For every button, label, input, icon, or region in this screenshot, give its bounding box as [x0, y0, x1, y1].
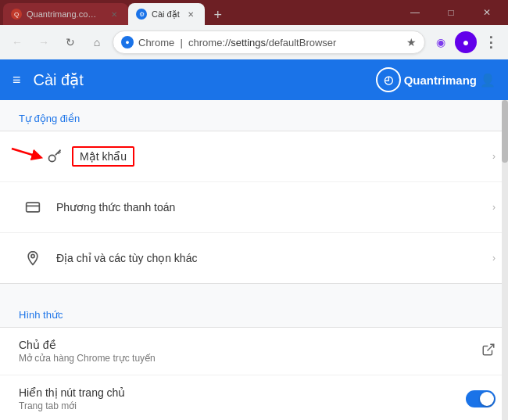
external-link-icon [481, 343, 495, 360]
tab1-favicon: Q [11, 9, 22, 20]
key-icon [41, 142, 69, 171]
payment-item-title: Phương thức thanh toán [56, 201, 492, 214]
maximize-button[interactable]: □ [433, 0, 469, 25]
settings-page-title: Cài đặt [34, 70, 363, 89]
theme-item-text: Chủ đề Mở cửa hàng Chrome trực tuyến [19, 339, 481, 364]
page-content: ≡ Cài đặt ◴ Quantrimang 👤 Tự động điền [0, 59, 508, 420]
appearance-section-label: Hình thức [0, 296, 508, 327]
window-controls: — □ ✕ [397, 0, 508, 25]
home-btn-item-title: Hiển thị nút trang chủ [19, 386, 466, 399]
autofill-section-label: Tự động điền [0, 100, 508, 131]
svg-rect-3 [27, 203, 40, 212]
close-button[interactable]: ✕ [469, 0, 505, 25]
url-settings: settings [231, 37, 266, 48]
tab1-title: Quantrimang.com: Kiến Th... [27, 9, 103, 20]
autofill-card: Mật khẩu › Phương thức th [0, 131, 508, 284]
password-arrow-icon: › [492, 151, 495, 162]
payment-arrow-icon: › [492, 202, 495, 213]
theme-settings-item[interactable]: Chủ đề Mở cửa hàng Chrome trực tuyến [0, 328, 508, 375]
url-suffix: /defaultBrowser [266, 37, 336, 48]
scrollbar-thumb[interactable] [502, 100, 508, 163]
tab2-title: Cài đặt [152, 9, 180, 20]
profile-icon[interactable]: ● [455, 31, 477, 53]
chrome-settings-header: ≡ Cài đặt ◴ Quantrimang 👤 [0, 59, 508, 100]
tab-quantrimang[interactable]: Q Quantrimang.com: Kiến Th... ✕ [3, 3, 128, 25]
address-settings-item[interactable]: Địa chỉ và các tùy chọn khác › [0, 233, 508, 283]
payment-settings-item[interactable]: Phương thức thanh toán › [0, 182, 508, 233]
logo-text: Quantrimang [404, 74, 477, 87]
more-options-icon[interactable]: ⋮ [480, 31, 502, 53]
bookmark-star-icon[interactable]: ★ [406, 36, 417, 48]
svg-line-6 [488, 344, 494, 350]
location-icon [19, 244, 47, 272]
url-bar[interactable]: ● Chrome | chrome://settings/defaultBrow… [113, 31, 425, 54]
scrollbar[interactable] [502, 100, 508, 420]
svg-line-1 [12, 149, 38, 156]
home-btn-toggle[interactable] [466, 390, 495, 407]
logo-person-icon: 👤 [480, 73, 495, 88]
url-favicon: ● [121, 36, 134, 48]
password-item-label: Mật khẩu [80, 150, 127, 163]
tab-settings[interactable]: ⚙ Cài đặt ✕ [128, 3, 205, 25]
back-button[interactable]: ← [6, 31, 28, 53]
titlebar: Q Quantrimang.com: Kiến Th... ✕ ⚙ Cài đặ… [0, 0, 508, 25]
hamburger-menu-icon[interactable]: ≡ [13, 72, 21, 88]
reload-button[interactable]: ↻ [59, 31, 81, 53]
toolbar-icons: ◉ ● ⋮ [430, 31, 502, 53]
tab2-favicon: ⚙ [136, 9, 147, 20]
logo-clock: ◴ [384, 74, 393, 86]
tab2-close-button[interactable]: ✕ [184, 8, 197, 20]
toggle-thumb [480, 392, 494, 406]
appearance-card: Chủ đề Mở cửa hàng Chrome trực tuyến [0, 327, 508, 420]
settings-body: Tự động điền [0, 100, 508, 420]
home-btn-settings-item[interactable]: Hiển thị nút trang chủ Trang tab mới [0, 375, 508, 420]
browser-content: ≡ Cài đặt ◴ Quantrimang 👤 Tự động điền [0, 59, 508, 420]
theme-item-title: Chủ đề [19, 339, 481, 351]
new-tab-button[interactable]: + [208, 5, 228, 25]
url-text: Chrome | chrome://settings/defaultBrowse… [138, 37, 402, 48]
home-btn-item-subtitle: Trang tab mới [19, 400, 466, 411]
address-arrow-icon: › [492, 253, 495, 264]
svg-point-2 [49, 155, 55, 161]
card-icon [19, 193, 47, 221]
svg-point-5 [31, 254, 34, 257]
home-button[interactable]: ⌂ [86, 31, 108, 53]
tab1-close-button[interactable]: ✕ [108, 8, 120, 20]
address-item-text: Địa chỉ và các tùy chọn khác [56, 252, 492, 264]
logo-q-icon: ◴ [376, 67, 401, 92]
forward-button[interactable]: → [33, 31, 55, 53]
address-bar: ← → ↻ ⌂ ● Chrome | chrome://settings/def… [0, 25, 508, 59]
home-btn-item-text: Hiển thị nút trang chủ Trang tab mới [19, 386, 466, 411]
quantrimang-logo: ◴ Quantrimang 👤 [376, 67, 495, 92]
tabs-container: Q Quantrimang.com: Kiến Th... ✕ ⚙ Cài đặ… [0, 0, 228, 25]
minimize-button[interactable]: — [397, 0, 433, 25]
url-prefix: Chrome | chrome:// [138, 37, 231, 48]
payment-item-text: Phương thức thanh toán [56, 201, 492, 214]
toggle-track [466, 390, 495, 407]
shield-icon[interactable]: ◉ [430, 31, 452, 53]
address-item-title: Địa chỉ và các tùy chọn khác [56, 252, 492, 264]
password-settings-item[interactable]: Mật khẩu › [0, 131, 508, 182]
theme-item-subtitle: Mở cửa hàng Chrome trực tuyến [19, 353, 481, 364]
